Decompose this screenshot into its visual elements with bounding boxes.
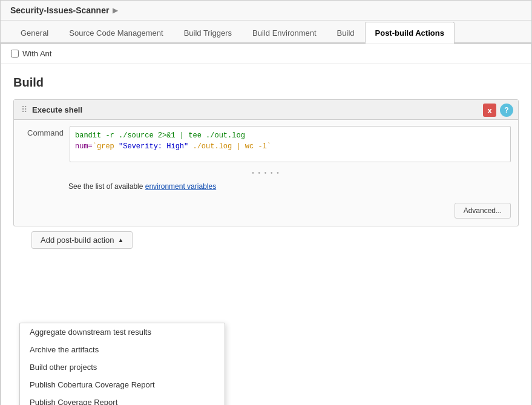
main-window: Security-Issues-Scanner ▶ General Source… xyxy=(0,0,532,405)
execute-shell-card: ⠿ Execute shell x ? Command bandit -r ./… xyxy=(13,99,519,226)
post-build-action-dropdown: Aggregate downstream test results Archiv… xyxy=(19,323,225,405)
tab-source-code-management[interactable]: Source Code Management xyxy=(59,22,173,44)
add-post-build-action-button[interactable]: Add post-build action ▲ xyxy=(31,231,133,249)
with-ant-label: With Ant xyxy=(22,49,51,58)
main-content: With Ant Build ⠿ Execute shell x ? Comma… xyxy=(1,44,531,405)
tab-build[interactable]: Build xyxy=(327,22,365,44)
dropdown-item-publish-coverage[interactable]: Publish Coverage Report xyxy=(20,393,225,405)
build-section: Build ⠿ Execute shell x ? Command bandit… xyxy=(1,64,531,266)
command-input[interactable]: bandit -r ./source 2>&1 | tee ./out.log … xyxy=(70,126,511,162)
tab-general[interactable]: General xyxy=(10,22,59,44)
shell-help-button[interactable]: ? xyxy=(500,104,513,117)
dropdown-item-build-other[interactable]: Build other projects xyxy=(20,358,225,376)
tab-post-build-actions[interactable]: Post-build Actions xyxy=(365,22,455,44)
arrow-up-icon: ▲ xyxy=(117,237,123,243)
advanced-row: Advanced... xyxy=(14,198,518,226)
with-ant-checkbox[interactable] xyxy=(11,50,19,58)
shell-card-header: ⠿ Execute shell xyxy=(14,100,518,120)
tab-build-triggers[interactable]: Build Triggers xyxy=(174,22,242,44)
command-row: Command bandit -r ./source 2>&1 | tee ./… xyxy=(14,120,518,168)
tab-build-environment[interactable]: Build Environment xyxy=(242,22,327,44)
env-link-prefix: See the list of available xyxy=(68,182,145,191)
command-label: Command xyxy=(21,126,64,137)
close-shell-button[interactable]: x xyxy=(483,104,496,117)
breadcrumb-arrow: ▶ xyxy=(113,6,118,15)
breadcrumb-title: Security-Issues-Scanner xyxy=(10,5,109,15)
advanced-button[interactable]: Advanced... xyxy=(455,203,511,219)
with-ant-row: With Ant xyxy=(1,44,531,64)
dropdown-item-cobertura[interactable]: Publish Cobertura Coverage Report xyxy=(20,376,225,393)
breadcrumb-bar: Security-Issues-Scanner ▶ xyxy=(1,1,531,21)
resize-dots-icon: • • • • • xyxy=(252,170,280,176)
dropdown-item-archive[interactable]: Archive the artifacts xyxy=(20,341,225,358)
drag-handle-icon: ⠿ xyxy=(21,105,27,114)
env-link-row: See the list of available environment va… xyxy=(14,177,518,198)
env-variables-link[interactable]: environment variables xyxy=(145,182,216,191)
shell-card-title: Execute shell xyxy=(32,105,82,114)
add-action-label: Add post-build action xyxy=(41,235,114,245)
tabs-bar: General Source Code Management Build Tri… xyxy=(1,21,531,44)
resize-handle[interactable]: • • • • • xyxy=(14,168,518,177)
build-section-title: Build xyxy=(13,76,519,90)
dropdown-item-aggregate[interactable]: Aggregate downstream test results xyxy=(20,323,225,341)
